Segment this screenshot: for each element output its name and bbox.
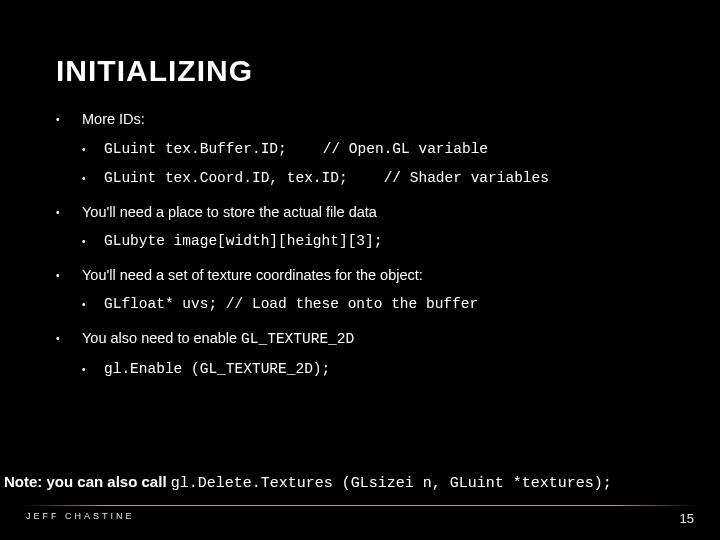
bullet-icon: • [82,295,104,315]
footer-author: JEFF CHASTINE [26,511,135,526]
bullet-icon: • [82,360,104,380]
list-item: • More IDs: • GLuint tex.Buffer.ID; // O… [56,110,664,189]
bullet-icon: • [56,110,82,130]
list-item: • You also need to enable GL_TEXTURE_2D … [56,329,664,379]
bullet-icon: • [56,203,82,223]
note-label: Note: you can also call [4,473,171,490]
list-item: • GLubyte image[width][height][3]; [56,232,664,252]
note-code: gl.Delete.Textures (GLsizei n, GLuint *t… [171,475,612,492]
code-comment: // Shader variables [348,169,664,189]
bullet-icon: • [82,140,104,160]
item-text: You also need to enable GL_TEXTURE_2D [82,329,354,350]
code-text: GLubyte image[width][height][3]; [104,232,382,252]
item-text-prefix: You also need to enable [82,330,241,346]
divider [22,505,698,506]
list-item: • gl.Enable (GL_TEXTURE_2D); [56,360,664,380]
item-text: You'll need a place to store the actual … [82,203,377,223]
code-text: gl.Enable (GL_TEXTURE_2D); [104,360,330,380]
item-text-code: GL_TEXTURE_2D [241,331,354,347]
item-text: More IDs: [82,110,145,130]
slide-title: INITIALIZING [56,54,664,88]
list-item: • You'll need a set of texture coordinat… [56,266,664,315]
code-text: GLuint tex.Coord.ID, tex.ID; [104,169,348,189]
slide: INITIALIZING • More IDs: • GLuint tex.Bu… [0,0,720,540]
bullet-icon: • [56,329,82,350]
bullet-icon: • [82,169,104,189]
code-text: GLfloat* uvs; // Load these onto the buf… [104,295,478,315]
code-text: GLuint tex.Buffer.ID; [104,140,287,160]
list-item: • You'll need a place to store the actua… [56,203,664,252]
list-item: • GLuint tex.Buffer.ID; // Open.GL varia… [56,140,664,160]
slide-content: • More IDs: • GLuint tex.Buffer.ID; // O… [56,110,664,379]
code-comment: // Open.GL variable [287,140,664,160]
list-item: • GLfloat* uvs; // Load these onto the b… [56,295,664,315]
bullet-icon: • [82,232,104,252]
bullet-icon: • [56,266,82,286]
bullet-list: • More IDs: • GLuint tex.Buffer.ID; // O… [56,110,664,379]
item-text: You'll need a set of texture coordinates… [82,266,423,286]
footer-page-number: 15 [680,511,694,526]
slide-footer: JEFF CHASTINE 15 [0,511,720,526]
slide-note: Note: you can also call gl.Delete.Textur… [0,473,720,492]
list-item: • GLuint tex.Coord.ID, tex.ID; // Shader… [56,169,664,189]
